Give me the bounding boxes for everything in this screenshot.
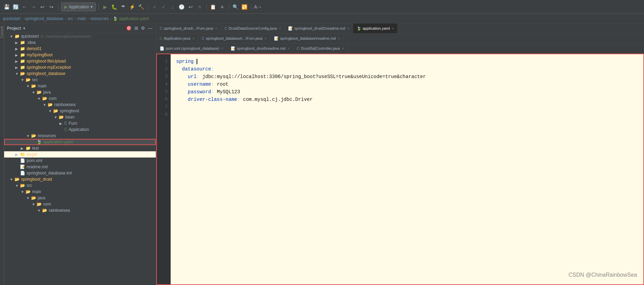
key-spring: spring [176,59,193,64]
sync-button[interactable]: 🔄 [12,3,19,11]
arrow-com2: ▼ [32,202,37,206]
sidebar-locate-button[interactable]: 🎯 [125,25,132,31]
git-update-button[interactable]: ↓ [169,3,177,11]
tree-item-rainbowsea2[interactable]: ▼ 📂 rainbowsea [4,207,156,213]
tree-item-src[interactable]: ▼ 📂 src [4,77,156,83]
java-icon-furn: C [64,121,67,126]
tree-item-myexception[interactable]: ▶ 📁 springboot-myException [4,64,156,70]
tree-item-springboot[interactable]: ▼ 📂 springboot [4,108,156,114]
breadcrumb-resources[interactable]: resources [90,16,108,21]
tree-item-pom-xml[interactable]: 📄 pom.xml [4,158,156,164]
project-sidebar: Project ▾ 🎯 ⊞ ⚙ — ▼ 📁 quickstart E:\Java… [4,23,156,285]
tab-springboot-database-furn[interactable]: C springboot_database\...\Furn.java × [198,34,271,43]
tab-druid-readme[interactable]: 📝 springboot_druid\readme.md × [227,44,293,53]
tab-close-application-yaml[interactable]: × [392,27,394,30]
arrow-java: ▼ [32,91,37,94]
translate-button[interactable]: A→ [254,3,262,11]
tree-item-test[interactable]: ▶ 📁 test [4,145,156,151]
tree-item-src2[interactable]: ▼ 📂 src [4,182,156,189]
tab-close-druid-readme[interactable]: × [287,47,290,50]
code-content[interactable]: spring: datasource: url: jdbc:mysql://lo… [171,54,643,284]
breadcrumb-quickstart[interactable]: quickstart [3,16,20,21]
tree-item-springboot-database[interactable]: ▼ 📂 springboot_database [4,70,156,77]
tree-item-java[interactable]: ▼ 📂 java [4,89,156,95]
tab-springboot-druid-furn[interactable]: C springboot_druid\...\Furn.java × [156,23,221,33]
undo-button[interactable]: ↩ [39,3,46,11]
tree-item-com2[interactable]: ▼ 📂 com [4,201,156,207]
separator-5 [229,4,229,10]
tree-item-target[interactable]: ▶ 📁 target [4,151,156,158]
tab-close-database-readme[interactable]: × [338,37,340,40]
tab-druid2-readme[interactable]: 📝 springboot_druid2\readme.md × [285,23,353,33]
tree-item-rainbowsea[interactable]: ▼ 📂 rainbowsea [4,102,156,108]
tree-item-main2[interactable]: ▼ 📂 main [4,189,156,195]
tree-item-springboot-druid[interactable]: ▼ 📂 springboot_druid [4,176,156,182]
arrow-myexception: ▶ [15,66,20,69]
tab-application-java[interactable]: C Application.java × [156,34,198,43]
tree-item-quickstart[interactable]: ▼ 📁 quickstart E:\Java\SpringBoot\quicks… [4,33,156,39]
breadcrumb-application-yaml[interactable]: 🍃 application.yaml [113,16,149,21]
git-commit-button[interactable]: ✓ [160,3,168,11]
tree-item-application-yaml[interactable]: 🍃 application.yaml [4,139,156,145]
tab-close-pom-xml[interactable]: × [221,47,224,50]
tab-close-druid-sql-controller[interactable]: × [342,47,344,50]
tree-item-bean[interactable]: ▼ 📂 bean [4,114,156,120]
copy-button[interactable]: 📋 [209,3,217,11]
tree-label-bean: bean [65,115,75,120]
back-button[interactable]: ← [21,3,28,11]
tree-item-idea[interactable]: ▶ 📁 .idea [4,39,156,46]
forward-button[interactable]: → [30,3,37,11]
sidebar-close-button[interactable]: — [147,25,153,31]
tree-item-resources[interactable]: ▼ 📂 resources [4,133,156,139]
tree-item-myspringboot[interactable]: ▶ 📁 mySpringBoot [4,52,156,58]
diff-button[interactable]: ≡ [218,3,226,11]
tree-item-readme[interactable]: 📝 readme.md [4,164,156,170]
search-button[interactable]: 🔍 [232,3,239,11]
coverage-button[interactable]: ☂ [120,3,127,11]
git-check-button[interactable]: ✓ [151,3,159,11]
tree-item-furn[interactable]: ▶ C Furn [4,120,156,126]
tab-druid-sql-controller[interactable]: C DruidSqlController.java × [293,44,348,53]
debug-button[interactable]: 🐛 [111,3,118,11]
tab-label-application-yaml: application.yaml [363,26,390,30]
profile-button[interactable]: ⚡ [129,3,136,11]
sidebar-settings-button[interactable]: ⚙ [140,25,146,31]
tree-item-java2[interactable]: ▼ 📂 java [4,195,156,201]
code-editor[interactable]: 1 2 3 4 5 6 7 8 spring: datasource: url:… [156,54,644,285]
git-branches-button[interactable]: ⑃ [196,3,203,11]
tab-label-druid-furn: springboot_druid\...\Furn.java [164,26,213,30]
save-button[interactable]: 💾 [3,3,10,11]
breadcrumb-springboot-database[interactable]: springboot_database [25,16,63,21]
code-line-1: spring: [176,58,638,65]
git-push-button[interactable]: 🕐 [178,3,186,11]
tree-item-fileupload[interactable]: ▶ 📁 springboot-fileUpload [4,58,156,64]
tab-application-yaml[interactable]: 🍃 application.yaml × [353,23,398,33]
breadcrumb-src[interactable]: src [67,16,73,21]
tab-close-druid2-readme[interactable]: × [347,27,349,30]
tab-druid-datasource-config[interactable]: C DruidDataSourceConfig.java × [221,23,285,33]
tab-close-application-java[interactable]: × [192,37,195,40]
tab-close-database-furn[interactable]: × [265,37,267,40]
tree-label-idea: .idea [27,40,36,45]
run-config-selector[interactable]: ▶ Application ▾ [61,2,96,11]
run-button[interactable]: ▶ [102,3,109,11]
tab-database-readme[interactable]: 📝 springboot_database\readme.md × [271,34,344,43]
tree-item-application[interactable]: C Application [4,126,156,133]
arrow-idea: ▶ [15,41,20,45]
git-revert-button[interactable]: ↩ [187,3,195,11]
text-cursor [197,59,197,64]
tab-pom-xml[interactable]: 📄 pom.xml (springboot_database) × [156,44,227,53]
tree-item-main[interactable]: ▼ 📂 main [4,83,156,89]
tab-close-druid-config[interactable]: × [279,27,281,30]
replace-button[interactable]: 🔁 [241,3,248,11]
sidebar-expand-button[interactable]: ⊞ [134,25,139,31]
build-button[interactable]: 🔨 [138,3,145,11]
tree-item-iml[interactable]: 📄 springboot_database.iml [4,170,156,176]
breadcrumb-main[interactable]: main [77,16,86,21]
sidebar-dropdown-arrow[interactable]: ▾ [23,26,25,31]
tree-item-demo01[interactable]: ▶ 📁 demo01 [4,46,156,52]
tree-item-com[interactable]: ▼ 📂 com [4,95,156,102]
tab-close-druid-furn[interactable]: × [215,27,217,30]
tree-label-test: test [32,146,39,151]
redo-button[interactable]: ↪ [48,3,55,11]
